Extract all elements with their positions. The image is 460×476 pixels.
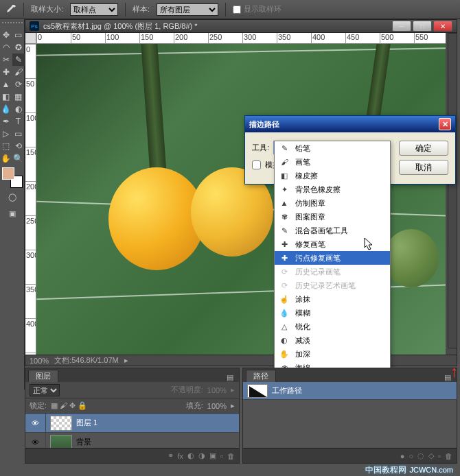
layer-name[interactable]: 背景 xyxy=(76,437,239,447)
eyedropper-tool[interactable]: ✎ xyxy=(12,53,25,66)
hand-tool[interactable]: ✋ xyxy=(0,152,12,165)
layer-thumbnail[interactable] xyxy=(50,416,72,431)
lock-position-icon[interactable]: ✥ xyxy=(69,401,76,410)
move-tool[interactable]: ✥ xyxy=(0,29,12,41)
history-brush-tool[interactable]: ⟳ xyxy=(12,78,25,91)
fill-arrow-icon[interactable]: ▸ xyxy=(231,401,235,410)
type-tool[interactable]: T xyxy=(12,115,25,128)
ruler-horizontal[interactable]: 050100150200250300350400450500550600650 xyxy=(36,33,446,44)
maximize-button[interactable]: □ xyxy=(413,21,432,32)
show-sample-ring-check[interactable]: 显示取样环 xyxy=(233,4,281,14)
lasso-tool[interactable]: ◠ xyxy=(0,41,12,53)
dropdown-item[interactable]: ✚修复画笔 xyxy=(275,237,390,251)
color-swatches[interactable] xyxy=(2,167,23,188)
dropdown-item[interactable]: 🖌画笔 xyxy=(275,155,390,169)
separator xyxy=(225,3,226,16)
lock-transparent-icon[interactable]: ▦ xyxy=(51,401,58,410)
mask-icon[interactable]: ◐ xyxy=(187,451,194,460)
dropdown-item[interactable]: △锐化 xyxy=(275,320,390,333)
new-path-icon[interactable]: ▫ xyxy=(438,452,441,460)
fill-path-icon[interactable]: ● xyxy=(400,452,405,460)
adjustment-icon[interactable]: ◑ xyxy=(198,451,205,460)
ruler-vertical[interactable]: 050100150200250300350400450 xyxy=(25,44,36,355)
eraser-tool[interactable]: ◧ xyxy=(0,91,12,103)
dropdown-item-label: 修复画笔 xyxy=(295,239,325,250)
quick-select-tool[interactable]: ✪ xyxy=(12,41,25,53)
opacity-value[interactable]: 100% xyxy=(207,386,227,394)
trash-icon[interactable]: 🗑 xyxy=(227,452,235,460)
collapsed-panel-strip[interactable] xyxy=(448,33,457,348)
paths-tab[interactable]: 路径 xyxy=(246,370,276,382)
path-select-tool[interactable]: ▷ xyxy=(0,128,12,140)
dropdown-item[interactable]: ☝涂抹 xyxy=(275,292,390,306)
document-titlebar[interactable]: Ps cs5教程素材1.jpg @ 100% (图层 1, RGB/8#) * … xyxy=(25,19,457,33)
stamp-tool[interactable]: ▲ xyxy=(0,78,12,91)
tool-icon: △ xyxy=(279,322,290,331)
panel-menu-icon[interactable]: ▤ xyxy=(224,373,236,382)
fill-value[interactable]: 100% xyxy=(207,402,227,410)
new-layer-icon[interactable]: ▫ xyxy=(220,452,223,460)
marquee-tool[interactable]: ▭ xyxy=(12,29,25,41)
dropdown-item[interactable]: ◧橡皮擦 xyxy=(275,169,390,182)
sample-select[interactable]: 所有图层 xyxy=(157,3,218,16)
dropdown-item-label: 仿制图章 xyxy=(295,198,325,209)
ok-button[interactable]: 确定 xyxy=(399,141,448,156)
quick-mask-button[interactable]: ◯ xyxy=(3,189,22,204)
dropdown-item[interactable]: ▲仿制图章 xyxy=(275,196,390,210)
dodge-tool[interactable]: ◐ xyxy=(12,103,25,115)
simulate-pressure-checkbox[interactable] xyxy=(252,160,261,169)
dropdown-item[interactable]: 💧模糊 xyxy=(275,306,390,320)
dropdown-item[interactable]: ✋加深 xyxy=(275,347,390,361)
dialog-titlebar[interactable]: 描边路径 ✕ xyxy=(245,116,455,132)
path-item[interactable]: 工作路径 xyxy=(243,382,457,400)
healing-tool[interactable]: ✚ xyxy=(0,66,12,78)
layer-name[interactable]: 图层 1 xyxy=(76,418,239,428)
brush-tool[interactable]: 🖌 xyxy=(12,66,25,78)
layer-thumbnail[interactable] xyxy=(50,435,72,449)
sel-to-path-icon[interactable]: ◇ xyxy=(428,451,434,460)
layer-row[interactable]: 👁 背景 xyxy=(25,433,239,448)
cancel-button[interactable]: 取消 xyxy=(399,160,448,175)
3d-tool[interactable]: ⬚ xyxy=(0,140,12,152)
pen-tool[interactable]: ✒ xyxy=(0,115,12,128)
sample-size-select[interactable]: 取样点 xyxy=(70,3,118,16)
dropdown-item[interactable]: ✦背景色橡皮擦 xyxy=(275,182,390,196)
lock-pixels-icon[interactable]: 🖌 xyxy=(60,401,67,410)
dialog-close-button[interactable]: ✕ xyxy=(439,118,451,130)
fx-icon[interactable]: fx xyxy=(178,452,184,460)
zoom-field[interactable]: 100% xyxy=(30,357,49,365)
visibility-icon[interactable]: 👁 xyxy=(25,433,46,448)
layers-tab[interactable]: 图层 xyxy=(28,370,58,382)
path-to-sel-icon[interactable]: ◌ xyxy=(417,451,424,460)
opacity-arrow-icon[interactable]: ▸ xyxy=(231,385,235,394)
dropdown-item[interactable]: ✚污点修复画笔 xyxy=(275,251,390,265)
show-ring-checkbox[interactable] xyxy=(233,5,241,14)
foreground-color[interactable] xyxy=(2,167,14,180)
3d-camera-tool[interactable]: ⟲ xyxy=(12,140,25,152)
dropdown-item[interactable]: ✎铅笔 xyxy=(275,141,390,155)
toolbox-handle[interactable] xyxy=(2,22,23,27)
stroke-path-dialog: 描边路径 ✕ 工具: ✪ 快速选择工具 ▾ 模拟压力 ✎铅笔🖌画笔◧橡皮擦✦背景… xyxy=(244,115,456,185)
crop-tool[interactable]: ✂ xyxy=(0,53,12,66)
screen-mode-button[interactable]: ▣ xyxy=(3,206,22,221)
blur-tool[interactable]: 💧 xyxy=(0,103,12,115)
folder-icon[interactable]: ▣ xyxy=(209,451,216,460)
layer-row[interactable]: 👁 图层 1 xyxy=(25,414,239,433)
dropdown-item[interactable]: ✾图案图章 xyxy=(275,210,390,224)
layers-panel-bottom: ⚭ fx ◐ ◑ ▣ ▫ 🗑 xyxy=(25,448,239,463)
trash-icon[interactable]: 🗑 xyxy=(445,452,452,460)
lock-all-icon[interactable]: 🔒 xyxy=(78,401,87,410)
shape-tool[interactable]: ▭ xyxy=(12,128,25,140)
close-button[interactable]: ✕ xyxy=(433,21,452,32)
stroke-path-icon[interactable]: ○ xyxy=(409,452,413,460)
zoom-tool[interactable]: 🔍 xyxy=(12,152,25,165)
dropdown-item[interactable]: ✎混合器画笔工具 xyxy=(275,224,390,237)
link-icon[interactable]: ⚭ xyxy=(168,451,174,460)
dropdown-item[interactable]: ◐减淡 xyxy=(275,333,390,347)
gradient-tool[interactable]: ▦ xyxy=(12,91,25,103)
ruler-corner[interactable] xyxy=(25,33,36,44)
visibility-icon[interactable]: 👁 xyxy=(25,414,46,432)
blend-mode-select[interactable]: 正常 xyxy=(30,384,60,396)
info-arrow-icon[interactable]: ▸ xyxy=(124,356,128,365)
minimize-button[interactable]: ─ xyxy=(392,21,411,32)
